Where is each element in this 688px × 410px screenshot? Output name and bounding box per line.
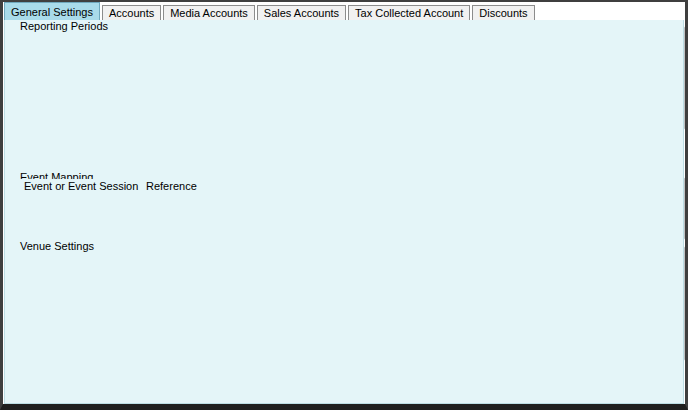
reference-group-label: Reference <box>142 179 201 193</box>
tab-tax-collected-account[interactable]: Tax Collected Account <box>348 5 470 20</box>
settings-window: General Settings Accounts Media Accounts… <box>0 0 688 410</box>
venue-settings-label: Venue Settings <box>16 239 98 253</box>
tab-sales-accounts[interactable]: Sales Accounts <box>257 5 346 20</box>
tab-discounts[interactable]: Discounts <box>472 5 534 20</box>
reporting-periods-label: Reporting Periods <box>16 19 112 33</box>
tab-page-general-settings <box>4 19 684 404</box>
tab-strip: General Settings Accounts Media Accounts… <box>4 2 684 20</box>
event-session-group-label: Event or Event Session <box>20 179 142 193</box>
tab-media-accounts[interactable]: Media Accounts <box>163 5 255 20</box>
tab-general-settings[interactable]: General Settings <box>4 2 100 20</box>
tab-accounts[interactable]: Accounts <box>102 5 161 20</box>
